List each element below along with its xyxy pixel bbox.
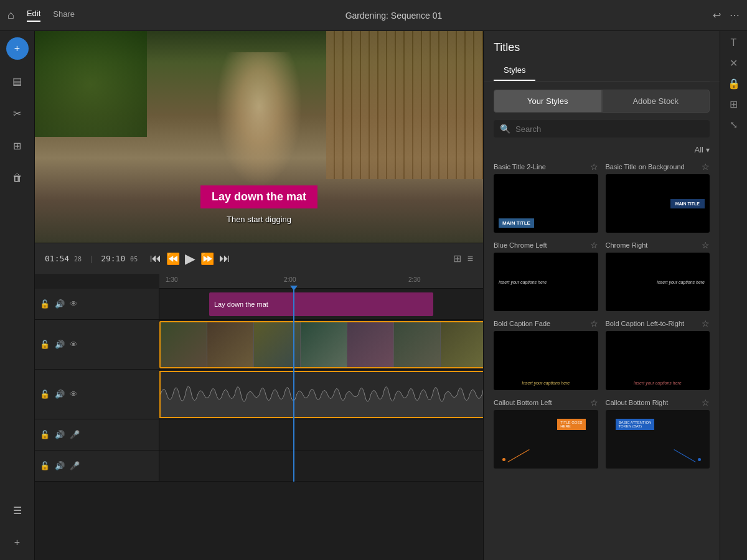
card-callout-br[interactable]: BASIC ATTENTIONTOKEN (BAT) <box>606 410 710 469</box>
style-type-buttons: Your Styles Adobe Stock <box>494 90 710 113</box>
adobe-stock-button[interactable]: Adobe Stock <box>602 90 710 113</box>
titles-panel: Titles Styles Your Styles Adobe Stock 🔍 … <box>483 31 720 560</box>
card-label-callout-bl: Callout Bottom Left <box>494 399 552 406</box>
star-basic-2line[interactable]: ☆ <box>590 162 598 172</box>
tab-styles[interactable]: Styles <box>494 60 535 81</box>
empty-audio-track-2: 🔓 🔊 🎤 <box>35 450 483 482</box>
title-item-callout-bl: Callout Bottom Left ☆ TITLE GOESHERE <box>494 398 598 469</box>
lock-icon[interactable]: 🔒 <box>728 78 740 90</box>
star-callout-bl[interactable]: ☆ <box>590 398 598 408</box>
transport-right: ⊞ ≡ <box>453 253 473 264</box>
cut-icon[interactable]: ✂ <box>6 102 29 124</box>
card-blue-chrome-left[interactable]: Insert your captions here <box>494 253 598 311</box>
tab-edit[interactable]: Edit <box>27 9 40 22</box>
step-forward-button[interactable]: ⏩ <box>200 252 214 266</box>
mute-icon[interactable]: 🔊 <box>55 461 65 470</box>
search-input[interactable] <box>515 124 703 134</box>
title-cards-grid: Basic Title 2-Line ☆ MAIN TITLE Basic Ti… <box>494 162 710 469</box>
lock-icon[interactable]: 🔓 <box>40 461 50 470</box>
mic-icon[interactable]: 🎤 <box>70 430 80 439</box>
preview-caption-main: Lay down the mat <box>200 185 317 208</box>
mute-icon[interactable]: 🔊 <box>55 299 65 309</box>
card-label-bold-caption-lr: Bold Caption Left-to-Right <box>606 320 685 327</box>
card-callout-bl[interactable]: TITLE GOESHERE <box>494 410 598 469</box>
callout-dot <box>502 458 505 461</box>
audio-track-body: // This generates waveform-like bars inl… <box>159 370 483 419</box>
list-icon[interactable]: ☰ <box>6 499 29 521</box>
star-blue-chrome-left[interactable]: ☆ <box>590 240 598 250</box>
title-track-row: 🔓 🔊 👁 Lay down the mat <box>35 289 483 320</box>
empty-track-body <box>159 419 483 450</box>
go-start-button[interactable]: ⏮ <box>150 252 161 265</box>
card-label-chrome-right: Chrome Right <box>606 241 648 249</box>
mute-icon[interactable]: 🔊 <box>55 390 65 399</box>
topbar-right: ↩ ⋯ <box>713 9 740 21</box>
video-track-body <box>159 320 483 370</box>
card-preview-text: Insert your captions here <box>522 381 570 385</box>
card-label-bold-caption-fade: Bold Caption Fade <box>494 320 550 327</box>
comments-icon[interactable]: ⋯ <box>730 9 740 21</box>
mic-icon[interactable]: 🎤 <box>70 461 80 470</box>
transport-controls: ⏮ ⏪ ▶ ⏩ ⏭ <box>150 251 230 267</box>
star-chrome-right[interactable]: ☆ <box>702 240 710 250</box>
audio-track-row: 🔓 🔊 👁 // This generates waveform-like ba… <box>35 370 483 419</box>
callout-line <box>507 449 529 462</box>
top-bar: ⌂ Edit Share Gardening: Sequence 01 ↩ ⋯ <box>0 0 747 31</box>
transitions-icon[interactable]: ✕ <box>730 57 738 69</box>
title-item-basic-bg: Basic Title on Background ☆ MAIN TITLE <box>606 162 710 233</box>
play-button[interactable]: ▶ <box>185 251 195 267</box>
card-basic-2line[interactable]: MAIN TITLE <box>494 174 598 233</box>
crop-icon[interactable]: ⤡ <box>730 119 738 131</box>
visibility-icon[interactable]: 👁 <box>70 340 78 349</box>
your-styles-button[interactable]: Your Styles <box>494 90 602 113</box>
copy-icon[interactable]: ⊞ <box>6 134 29 157</box>
star-basic-bg[interactable]: ☆ <box>702 162 710 172</box>
main-layout: + ▤ ✂ ⊞ 🗑 ☰ + Lay down the mat Then star… <box>0 31 747 560</box>
title-item-basic-2line: Basic Title 2-Line ☆ MAIN TITLE <box>494 162 598 233</box>
mute-icon[interactable]: 🔊 <box>55 340 65 349</box>
empty-track-body-2 <box>159 450 483 481</box>
card-preview-text: MAIN TITLE <box>499 218 534 228</box>
callout-label: BASIC ATTENTIONTOKEN (BAT) <box>616 419 655 430</box>
chevron-down-icon[interactable]: ▾ <box>706 146 710 154</box>
title-clip[interactable]: Lay down the mat <box>209 292 433 316</box>
add-track-icon[interactable]: + <box>6 531 29 554</box>
media-icon[interactable]: ▤ <box>6 70 29 92</box>
timeline-ruler: 1:30 2:00 2:30 <box>159 274 483 289</box>
layout-icon[interactable]: ⊞ <box>453 253 461 264</box>
video-preview: Lay down the mat Then start digging <box>35 31 483 243</box>
go-end-button[interactable]: ⏭ <box>219 252 230 265</box>
current-time: 01:54 28 <box>45 254 82 263</box>
title-item-blue-chrome-left: Blue Chrome Left ☆ Insert your captions … <box>494 240 598 311</box>
timeline: 1:30 2:00 2:30 🔓 🔊 👁 Lay down the mat <box>35 274 483 560</box>
mute-icon[interactable]: 🔊 <box>55 430 65 439</box>
add-button[interactable]: + <box>6 37 29 60</box>
card-bold-caption-fade[interactable]: Insert your captions here <box>494 331 598 390</box>
video-clip[interactable] <box>159 321 483 368</box>
step-back-button[interactable]: ⏪ <box>166 252 180 266</box>
settings-icon[interactable]: ≡ <box>467 253 473 264</box>
lock-icon[interactable]: 🔓 <box>40 390 50 399</box>
filter-label[interactable]: All <box>695 145 703 154</box>
star-bold-caption-lr[interactable]: ☆ <box>702 319 710 329</box>
delete-icon[interactable]: 🗑 <box>6 167 29 189</box>
callout-dot <box>698 458 701 461</box>
video-track-header: 🔓 🔊 👁 <box>35 320 159 369</box>
card-chrome-right[interactable]: Insert your captions here <box>606 253 710 311</box>
visibility-icon[interactable]: 👁 <box>70 299 78 309</box>
grid-icon[interactable]: ⊞ <box>730 98 738 110</box>
visibility-icon[interactable]: 👁 <box>70 390 78 399</box>
star-bold-caption-fade[interactable]: ☆ <box>590 319 598 329</box>
lock-icon[interactable]: 🔓 <box>40 430 50 439</box>
home-icon[interactable]: ⌂ <box>7 9 14 22</box>
undo-icon[interactable]: ↩ <box>713 9 721 21</box>
lock-icon[interactable]: 🔓 <box>40 299 50 309</box>
tab-share[interactable]: Share <box>53 9 75 21</box>
search-bar: 🔍 <box>494 120 710 138</box>
lock-icon[interactable]: 🔓 <box>40 340 50 349</box>
card-bold-caption-lr[interactable]: Insert your captions here <box>606 331 710 390</box>
star-callout-br[interactable]: ☆ <box>702 398 710 408</box>
card-basic-bg[interactable]: MAIN TITLE <box>606 174 710 233</box>
titles-icon[interactable]: T <box>731 37 737 49</box>
styles-controls: Your Styles Adobe Stock 🔍 All ▾ <box>484 82 720 162</box>
